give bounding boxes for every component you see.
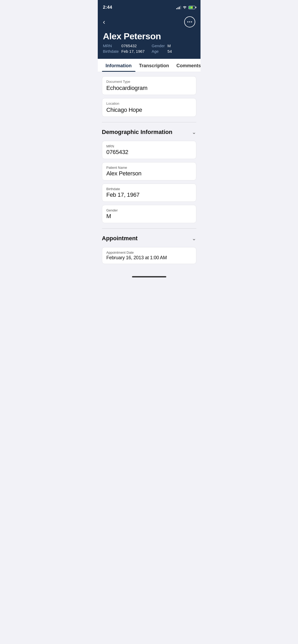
- demo-mrn-value: 0765432: [106, 149, 192, 156]
- tab-bar: Information Transcription Comments: [98, 59, 201, 72]
- demo-mrn-field: MRN 0765432: [102, 141, 196, 159]
- status-bar: 2:44 ⚡: [98, 0, 201, 13]
- back-button[interactable]: ‹: [103, 17, 108, 26]
- patient-header: ‹ Alex Peterson MRN 0765432 Gender M Bir…: [98, 13, 201, 59]
- more-button[interactable]: [184, 16, 195, 27]
- demo-patient-name-value: Alex Peterson: [106, 170, 192, 177]
- appointment-date-label: Appointment Date: [106, 251, 192, 254]
- demo-birthdate-value: Feb 17, 1967: [106, 191, 192, 198]
- appointment-chevron-icon: ⌄: [192, 235, 196, 242]
- document-type-value: Echocardiogram: [106, 85, 192, 92]
- demo-birthdate-field: Birthdate Feb 17, 1967: [102, 184, 196, 202]
- location-field: Location Chicago Hope: [102, 98, 196, 117]
- age-label: Age: [152, 49, 165, 54]
- age-value: 54: [168, 49, 195, 54]
- tab-information[interactable]: Information: [102, 59, 135, 72]
- birthdate-value: Feb 17, 1967: [121, 49, 149, 54]
- signal-icon: [176, 6, 181, 9]
- demographic-chevron-icon: ⌄: [192, 129, 196, 135]
- demo-patient-name-label: Patient Name: [106, 166, 192, 170]
- demographic-section-title: Demographic Information: [102, 129, 173, 136]
- patient-name: Alex Peterson: [103, 31, 195, 41]
- divider-1: [102, 122, 196, 122]
- patient-meta: MRN 0765432 Gender M Birthdate Feb 17, 1…: [103, 44, 195, 54]
- appointment-section-header[interactable]: Appointment ⌄: [102, 234, 196, 243]
- battery-icon: ⚡: [188, 6, 195, 9]
- demographic-section-header[interactable]: Demographic Information ⌄: [102, 128, 196, 137]
- header-nav: ‹: [103, 16, 195, 27]
- status-icons: ⚡: [176, 6, 195, 9]
- appointment-date-field: Appointment Date February 16, 2013 at 1:…: [102, 247, 196, 264]
- content-area: Document Type Echocardiogram Location Ch…: [98, 72, 201, 271]
- appointment-date-value: February 16, 2013 at 1:00 AM: [106, 255, 192, 261]
- home-bar: [132, 276, 166, 277]
- demo-mrn-label: MRN: [106, 144, 192, 148]
- appointment-section-title: Appointment: [102, 235, 138, 242]
- divider-2: [102, 228, 196, 229]
- document-type-field: Document Type Echocardiogram: [102, 76, 196, 95]
- demo-gender-value: M: [106, 213, 192, 220]
- demo-gender-field: Gender M: [102, 205, 196, 223]
- home-indicator: [98, 273, 201, 279]
- mrn-value: 0765432: [121, 44, 149, 48]
- tab-transcription[interactable]: Transcription: [135, 59, 173, 72]
- birthdate-label: Birthdate: [103, 49, 119, 54]
- gender-label: Gender: [152, 44, 165, 48]
- location-value: Chicago Hope: [106, 107, 192, 113]
- tab-comments[interactable]: Comments: [173, 59, 201, 72]
- gender-value: M: [168, 44, 195, 48]
- mrn-label: MRN: [103, 44, 119, 48]
- status-time: 2:44: [103, 5, 112, 10]
- demo-gender-label: Gender: [106, 208, 192, 212]
- document-type-label: Document Type: [106, 80, 192, 84]
- demo-patient-name-field: Patient Name Alex Peterson: [102, 162, 196, 180]
- demo-birthdate-label: Birthdate: [106, 187, 192, 191]
- wifi-icon: [183, 6, 187, 9]
- location-label: Location: [106, 102, 192, 105]
